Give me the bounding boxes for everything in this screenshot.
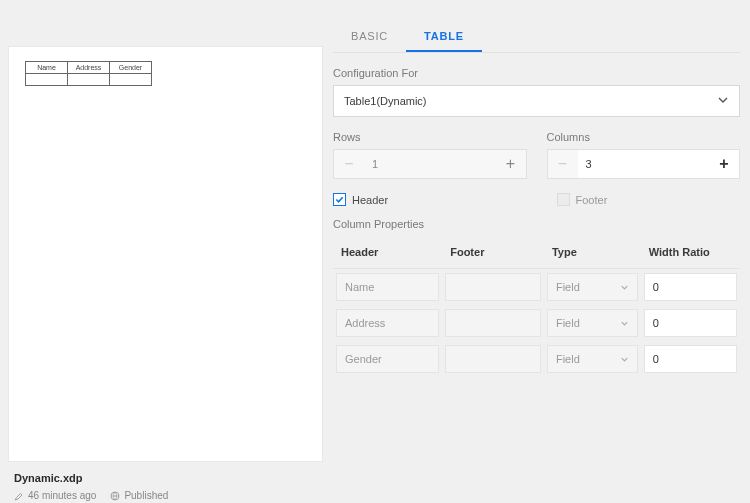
type-select[interactable]: Field (547, 273, 638, 301)
cols-stepper: − 3 + (547, 149, 741, 179)
globe-icon (110, 491, 120, 501)
file-time-text: 46 minutes ago (28, 490, 96, 501)
preview-canvas: Name Address Gender (8, 46, 323, 462)
preview-table: Name Address Gender (25, 61, 152, 86)
rows-stepper: − 1 + (333, 149, 527, 179)
cols-value[interactable]: 3 (578, 150, 710, 178)
header-checkbox-label: Header (352, 194, 388, 206)
preview-header-cell: Gender (110, 62, 152, 74)
column-properties-label: Column Properties (333, 218, 740, 230)
cols-label: Columns (547, 131, 741, 143)
footer-input[interactable] (445, 309, 541, 337)
th-type: Type (544, 236, 641, 269)
width-input[interactable] (644, 309, 737, 337)
preview-body-cell (26, 74, 68, 86)
footer-input[interactable] (445, 345, 541, 373)
file-name: Dynamic.xdp (14, 472, 323, 484)
table-row: Field (333, 341, 740, 377)
width-input[interactable] (644, 345, 737, 373)
th-footer: Footer (442, 236, 544, 269)
chevron-down-icon (620, 355, 629, 364)
table-row: Field (333, 269, 740, 305)
preview-header-cell: Name (26, 62, 68, 74)
tab-table[interactable]: TABLE (406, 22, 482, 52)
tab-bar: BASIC TABLE (333, 22, 740, 53)
rows-label: Rows (333, 131, 527, 143)
preview-body-cell (68, 74, 110, 86)
config-label: Configuration For (333, 67, 740, 79)
file-time: 46 minutes ago (14, 490, 96, 501)
footer-checkbox-label: Footer (576, 194, 608, 206)
th-width: Width Ratio (641, 236, 740, 269)
check-icon (335, 195, 344, 204)
config-value: Table1(Dynamic) (344, 95, 427, 107)
header-input[interactable] (336, 273, 439, 301)
type-select[interactable]: Field (547, 309, 638, 337)
type-value: Field (556, 317, 580, 329)
file-status-text: Published (124, 490, 168, 501)
width-input[interactable] (644, 273, 737, 301)
rows-increment[interactable]: + (496, 150, 526, 178)
chevron-down-icon (620, 319, 629, 328)
header-input[interactable] (336, 345, 439, 373)
table-row: Field (333, 305, 740, 341)
th-header: Header (333, 236, 442, 269)
type-select[interactable]: Field (547, 345, 638, 373)
column-properties-table: Header Footer Type Width Ratio FieldFiel… (333, 236, 740, 377)
type-value: Field (556, 281, 580, 293)
header-input[interactable] (336, 309, 439, 337)
tab-basic[interactable]: BASIC (333, 22, 406, 52)
pencil-icon (14, 491, 24, 501)
chevron-down-icon (717, 94, 729, 108)
cols-decrement[interactable]: − (548, 150, 578, 178)
footer-input[interactable] (445, 273, 541, 301)
preview-header-cell: Address (68, 62, 110, 74)
cols-increment[interactable]: + (709, 150, 739, 178)
config-select[interactable]: Table1(Dynamic) (333, 85, 740, 117)
footer-checkbox[interactable] (557, 193, 570, 206)
header-checkbox[interactable] (333, 193, 346, 206)
preview-body-cell (110, 74, 152, 86)
chevron-down-icon (620, 283, 629, 292)
rows-value[interactable]: 1 (364, 150, 496, 178)
type-value: Field (556, 353, 580, 365)
file-status: Published (110, 490, 168, 501)
rows-decrement[interactable]: − (334, 150, 364, 178)
